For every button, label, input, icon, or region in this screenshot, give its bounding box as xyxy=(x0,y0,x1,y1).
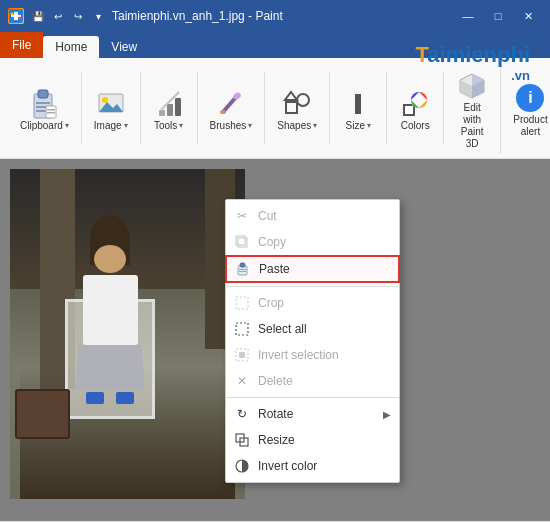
svg-rect-41 xyxy=(236,297,248,309)
clipboard-icon xyxy=(28,88,60,120)
shapes-btn[interactable]: Shapes ▾ xyxy=(273,86,321,134)
clipboard-items: Clipboard ▾ xyxy=(16,74,73,142)
paste-icon xyxy=(235,261,251,277)
watermark-vn: .vn xyxy=(416,68,531,83)
colors-btn[interactable]: Colors xyxy=(395,86,435,134)
clipboard-btn[interactable]: Clipboard ▾ xyxy=(16,86,73,134)
brushes-label: Brushes ▾ xyxy=(210,120,253,132)
menu-item-copy[interactable]: Copy xyxy=(226,229,399,255)
svg-rect-21 xyxy=(286,102,297,113)
redo-btn[interactable]: ↪ xyxy=(70,8,86,24)
menu-copy-label: Copy xyxy=(258,235,391,249)
svg-point-20 xyxy=(220,110,226,114)
menu-item-cut[interactable]: ✂ Cut xyxy=(226,203,399,229)
svg-point-15 xyxy=(102,97,108,103)
menu-item-select-all[interactable]: Select all xyxy=(226,316,399,342)
undo-btn[interactable]: ↩ xyxy=(50,8,66,24)
shapes-icon xyxy=(281,88,313,120)
svg-rect-7 xyxy=(36,102,50,104)
save-quick-btn[interactable]: 💾 xyxy=(30,8,46,24)
alert-items: i Productalert xyxy=(509,74,550,142)
menu-item-resize[interactable]: Resize xyxy=(226,427,399,453)
minimize-btn[interactable]: — xyxy=(454,2,482,30)
menu-cut-label: Cut xyxy=(258,209,391,223)
menu-rotate-label: Rotate xyxy=(258,407,375,421)
watermark: Taimienphi .vn xyxy=(416,42,531,83)
menu-select-all-label: Select all xyxy=(258,322,391,336)
person-skirt xyxy=(75,345,145,390)
context-menu: ✂ Cut Copy Paste xyxy=(225,199,400,483)
shapes-label: Shapes ▾ xyxy=(277,120,317,132)
rotate-submenu-arrow: ▶ xyxy=(383,409,391,420)
menu-item-delete[interactable]: ✕ Delete xyxy=(226,368,399,394)
photo-canvas xyxy=(10,169,245,499)
svg-rect-9 xyxy=(36,110,46,112)
maximize-btn[interactable]: □ xyxy=(484,2,512,30)
copy-icon xyxy=(234,234,250,250)
close-btn[interactable]: ✕ xyxy=(514,2,542,30)
qa-dropdown[interactable]: ▾ xyxy=(90,8,106,24)
menu-item-paste[interactable]: Paste xyxy=(225,255,400,283)
menu-item-crop[interactable]: Crop xyxy=(226,290,399,316)
size-btn[interactable]: Size ▾ xyxy=(338,86,378,134)
menu-item-invert-color[interactable]: Invert color xyxy=(226,453,399,479)
menu-item-rotate[interactable]: ↻ Rotate ▶ xyxy=(226,401,399,427)
tools-label: Tools ▾ xyxy=(154,120,183,132)
svg-rect-6 xyxy=(38,90,48,98)
svg-point-3 xyxy=(11,13,14,16)
brushes-items: Brushes ▾ xyxy=(206,74,257,142)
window-title: Taimienphi.vn_anh_1.jpg - Paint xyxy=(112,9,283,23)
photo-person xyxy=(75,215,145,404)
colors-items: Colors xyxy=(395,74,435,142)
svg-rect-42 xyxy=(236,323,248,335)
person-top xyxy=(83,275,138,345)
svg-rect-38 xyxy=(240,263,245,267)
photo-suitcase xyxy=(15,389,70,439)
cut-icon: ✂ xyxy=(234,208,250,224)
svg-rect-40 xyxy=(239,271,246,272)
svg-rect-17 xyxy=(167,104,173,116)
resize-icon xyxy=(234,432,250,448)
tools-btn[interactable]: Tools ▾ xyxy=(149,86,189,134)
ribbon: File Home View xyxy=(0,32,550,159)
size-items: Size ▾ xyxy=(338,74,378,142)
menu-delete-label: Delete xyxy=(258,374,391,388)
ribbon-group-clipboard: Clipboard ▾ xyxy=(8,72,82,144)
window-controls: — □ ✕ xyxy=(454,2,542,30)
menu-item-invert-selection[interactable]: Invert selection xyxy=(226,342,399,368)
ribbon-group-brushes: Brushes ▾ xyxy=(198,72,266,144)
svg-point-22 xyxy=(297,94,309,106)
invert-selection-icon xyxy=(234,347,250,363)
quick-access-toolbar: 💾 ↩ ↪ ▾ xyxy=(30,8,106,24)
svg-point-4 xyxy=(19,17,22,20)
brushes-btn[interactable]: Brushes ▾ xyxy=(206,86,257,134)
menu-paste-label: Paste xyxy=(259,262,390,276)
select-all-icon xyxy=(234,321,250,337)
person-feet xyxy=(75,392,145,404)
svg-rect-44 xyxy=(239,352,245,358)
separator-2 xyxy=(226,397,399,398)
svg-rect-35 xyxy=(238,238,247,247)
ribbon-group-shapes: Shapes ▾ xyxy=(265,72,330,144)
clipboard-label: Clipboard ▾ xyxy=(20,120,69,132)
ribbon-group-image: Image ▾ xyxy=(82,72,141,144)
size-icon xyxy=(342,88,374,120)
colors-label: Colors xyxy=(401,120,430,132)
invert-color-icon xyxy=(234,458,250,474)
watermark-t: T xyxy=(416,42,428,67)
crop-icon xyxy=(234,295,250,311)
svg-rect-18 xyxy=(175,98,181,116)
menu-resize-label: Resize xyxy=(258,433,391,447)
tab-home[interactable]: Home xyxy=(43,36,99,58)
svg-rect-16 xyxy=(159,110,165,116)
tools-icon xyxy=(153,88,185,120)
tab-view[interactable]: View xyxy=(99,36,149,58)
alert-btn[interactable]: i Productalert xyxy=(509,80,550,140)
image-items: Image ▾ xyxy=(90,74,132,142)
main-area: ✂ Cut Copy Paste xyxy=(0,159,550,521)
image-icon xyxy=(95,88,127,120)
tab-file[interactable]: File xyxy=(0,32,43,58)
svg-rect-11 xyxy=(47,109,55,111)
image-btn[interactable]: Image ▾ xyxy=(90,86,132,134)
svg-rect-36 xyxy=(236,236,245,245)
